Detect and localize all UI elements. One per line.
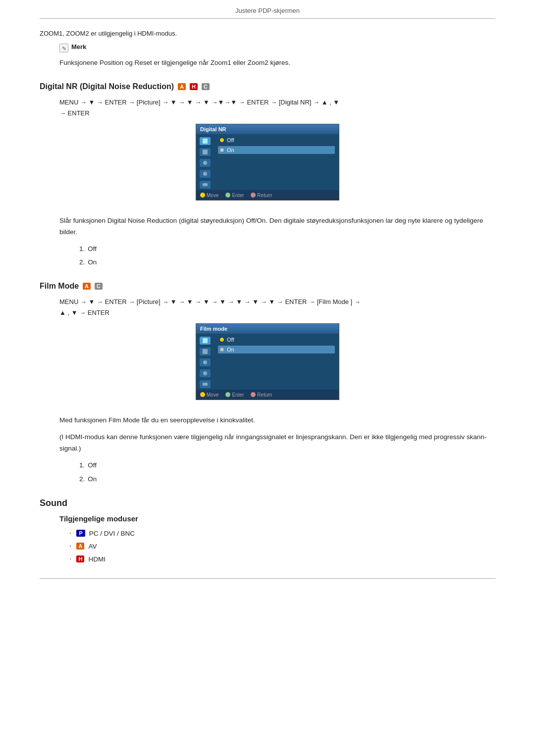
footer-icon-enter [225,193,230,198]
film-screen-option-off: Off [218,336,335,344]
digital-nr-list-item-2: 2.On [79,257,495,268]
svg-point-8 [203,371,207,375]
sidebar-icon-1 [200,137,211,145]
film-screen-option-off-label: Off [227,337,234,343]
digital-nr-description: Slår funksjonen Digital Noise Reduction … [59,215,495,238]
film-mode-description1: Med funksjonen Film Mode får du en seero… [59,415,495,426]
film-screen-option-on: On [218,346,335,353]
sound-modes-list: · P PC / DVI / BNC · A AV · H HDMI [69,529,495,563]
merk-block: ✎ Merk [59,43,495,52]
film-sidebar-icon-3 [200,358,211,366]
option-dot-on [220,148,224,152]
footer-move: Move [200,193,218,198]
merk-label: Merk [71,43,86,50]
film-mode-on: On [88,475,97,483]
zoom-note-text: ZOOM1, ZOOM2 er utilgjengelig i HDMI-mod… [40,29,495,39]
film-screen-footer: Move Enter Return [196,390,339,400]
bottom-border [40,578,495,579]
svg-rect-5 [203,338,208,343]
badge-c: C [202,83,210,90]
sound-mode-pc: · P PC / DVI / BNC [69,529,495,538]
screen-content: Off On [214,134,339,190]
film-footer-move-label: Move [207,392,218,398]
digital-nr-on: On [88,258,97,266]
sound-mode-av: · A AV [69,542,495,551]
screen-option-off: Off [218,136,335,144]
screen-option-off-label: Off [227,137,234,143]
screen-sidebar [196,134,214,190]
film-mode-list-item-2: 2.On [79,474,495,485]
digital-nr-section: Digital NR (Digital Noise Reduction) A H… [40,82,495,268]
sidebar-icon-3 [200,159,211,167]
page-header: Justere PDP-skjermen [40,0,495,19]
bullet-dot-av: · [69,542,71,551]
film-footer-enter: Enter [225,392,244,398]
screen-title-bar: Digital NR [196,124,339,134]
digital-nr-list-item-1: 1.Off [79,244,495,254]
screen-title-text: Digital NR [200,126,226,132]
option-dot-off [220,138,224,142]
svg-point-7 [203,360,207,364]
bullet-dot-pc: · [69,529,71,538]
digital-nr-title: Digital NR (Digital Noise Reduction) A H… [40,82,495,91]
footer-enter: Enter [225,193,244,198]
merk-icon: ✎ [59,44,68,52]
film-mode-menu-path: MENU → ▼ → ENTER → [Picture] → ▼ → ▼ → ▼… [59,297,495,318]
sidebar-icon-2 [200,148,211,156]
film-sidebar-icon-1 [200,337,211,345]
sound-title: Sound [40,498,495,508]
screen-option-on-label: On [227,147,234,153]
svg-rect-9 [203,383,208,386]
film-sidebar-icon-5 [200,380,211,388]
zoom-funksjon-note: Funksjonene Position og Reset er tilgjen… [59,57,495,68]
footer-return: Return [251,193,272,198]
film-mode-title: Film Mode A C [40,282,495,291]
svg-point-3 [203,172,207,176]
sound-section: Sound Tilgjengelige moduser · P PC / DVI… [40,498,495,563]
film-footer-icon-move [200,392,205,397]
bullet-dot-hdmi: · [69,554,71,563]
badge-a-sound: A [76,543,84,550]
film-screen-content: Off On [214,334,339,390]
film-sidebar-icon-4 [200,369,211,377]
page-title: Justere PDP-skjermen [235,7,300,14]
film-mode-description2: (I HDMI-modus kan denne funksjonen være … [59,432,495,454]
svg-rect-0 [203,139,208,144]
film-mode-screen-wrapper: Film mode [40,323,495,408]
digital-nr-off: Off [88,245,97,252]
film-mode-list-item-1: 1.Off [79,460,495,471]
film-option-dot-off [220,338,224,342]
digital-nr-screen-wrapper: Digital NR [40,124,495,208]
sound-available-modes-title: Tilgjengelige moduser [59,514,495,523]
badge-a: A [178,83,186,90]
svg-rect-6 [203,349,208,354]
film-footer-icon-enter [225,392,230,397]
film-mode-screen: Film mode [196,323,339,400]
footer-return-label: Return [257,193,272,198]
film-mode-section: Film Mode A C MENU → ▼ → ENTER → [Pictur… [40,282,495,484]
film-sidebar-icon-2 [200,348,211,355]
footer-icon-return [251,193,256,198]
film-option-dot-on [220,348,224,352]
badge-p: P [76,530,85,537]
screen-option-on: On [218,146,335,154]
film-badge-c: C [95,283,103,290]
film-footer-return: Return [251,392,272,398]
footer-move-label: Move [207,193,218,198]
svg-rect-4 [203,183,208,186]
sound-mode-pc-label: PC / DVI / BNC [89,530,135,537]
svg-point-2 [203,161,207,165]
badge-h-sound: H [76,555,84,562]
digital-nr-screen: Digital NR [196,124,339,201]
film-screen-option-on-label: On [227,347,234,353]
zoom-note-section: ZOOM1, ZOOM2 er utilgjengelig i HDMI-mod… [40,29,495,68]
badge-h: H [190,83,198,90]
footer-icon-move [200,193,205,198]
sound-mode-av-label: AV [88,543,97,550]
sound-mode-hdmi: · H HDMI [69,554,495,563]
digital-nr-menu-path: MENU → ▼ → ENTER → [Picture] → ▼ → ▼ → ▼… [59,97,495,119]
screen-footer: Move Enter Return [196,190,339,200]
film-mode-off: Off [88,461,97,469]
sidebar-icon-4 [200,170,211,178]
footer-enter-label: Enter [232,193,244,198]
